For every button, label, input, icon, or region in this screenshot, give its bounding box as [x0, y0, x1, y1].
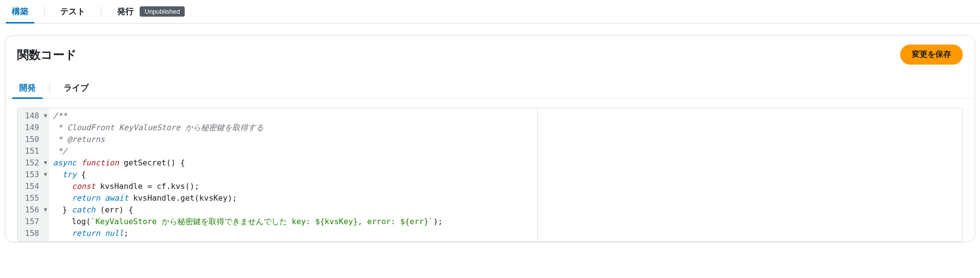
gutter-line: 155: [23, 192, 47, 204]
code-line[interactable]: return await kvsHandle.get(kvsKey);: [53, 192, 533, 204]
gutter-line: 156▼: [23, 204, 47, 216]
panel-title: 関数コード: [17, 47, 77, 63]
code-line[interactable]: /**: [53, 110, 533, 122]
tab-publish-label: 発行: [117, 6, 134, 17]
gutter-line: 150: [23, 134, 47, 145]
editor-main: 148▼149150151152▼153▼154155156▼157158 /*…: [18, 108, 537, 241]
code-line[interactable]: return null;: [53, 228, 533, 239]
tab-build[interactable]: 構築: [10, 0, 30, 23]
panel-header: 関数コード 変更を保存: [5, 36, 975, 70]
divider: [49, 83, 50, 93]
function-code-panel: 関数コード 変更を保存 開発 ライブ 148▼149150151152▼153▼…: [5, 35, 975, 242]
gutter-line: 154: [23, 181, 47, 192]
code-line[interactable]: */: [53, 145, 533, 157]
gutter-line: 153▼: [23, 169, 47, 181]
code-line[interactable]: async function getSecret() {: [53, 157, 533, 169]
inner-tab-dev[interactable]: 開発: [17, 77, 38, 98]
divider: [44, 6, 45, 17]
gutter-line: 149: [23, 122, 47, 134]
tab-test[interactable]: テスト: [58, 0, 87, 23]
code-line[interactable]: * CloudFront KeyValueStore から秘密鍵を取得する: [53, 122, 533, 134]
code-line[interactable]: const kvsHandle = cf.kvs();: [53, 181, 533, 192]
gutter-line: 148▼: [23, 110, 47, 122]
divider: [101, 6, 101, 17]
code-area[interactable]: /** * CloudFront KeyValueStore から秘密鍵を取得す…: [49, 108, 537, 241]
gutter-line: 157: [23, 216, 47, 228]
code-line[interactable]: } catch (err) {: [53, 204, 533, 216]
code-line[interactable]: * @returns: [53, 134, 533, 145]
code-line[interactable]: log(`KeyValueStore から秘密鍵を取得できませんでした key:…: [53, 216, 533, 228]
unpublished-badge: Unpublished: [140, 6, 185, 17]
fold-icon[interactable]: ▼: [40, 169, 47, 181]
save-changes-button[interactable]: 変更を保存: [900, 45, 963, 65]
fold-icon[interactable]: ▼: [40, 110, 47, 122]
gutter-line: 152▼: [23, 157, 47, 169]
code-line[interactable]: try {: [53, 169, 533, 181]
gutter-line: 158: [23, 228, 47, 239]
code-editor[interactable]: 148▼149150151152▼153▼154155156▼157158 /*…: [17, 108, 963, 242]
gutter-line: 151: [23, 145, 47, 157]
gutter: 148▼149150151152▼153▼154155156▼157158: [18, 108, 49, 241]
fold-icon[interactable]: ▼: [40, 157, 47, 169]
tab-publish[interactable]: 発行 Unpublished: [115, 0, 187, 23]
fold-icon[interactable]: ▼: [40, 204, 47, 216]
editor-side-panel: [537, 108, 962, 241]
inner-tab-live[interactable]: ライブ: [62, 77, 91, 98]
top-tab-bar: 構築 テスト 発行 Unpublished: [0, 0, 980, 23]
inner-tab-bar: 開発 ライブ: [5, 77, 975, 99]
